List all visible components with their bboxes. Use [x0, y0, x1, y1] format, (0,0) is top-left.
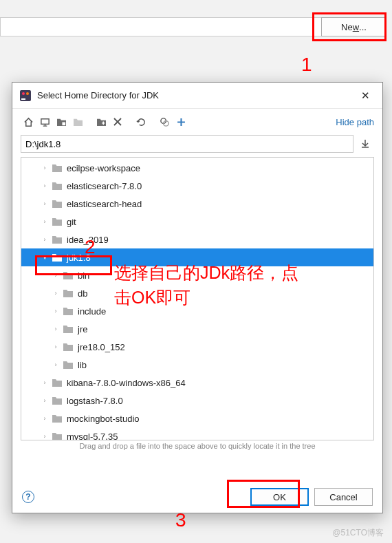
chevron-right-icon[interactable]: ›: [39, 216, 50, 227]
intellij-icon: [19, 89, 32, 102]
delete-icon[interactable]: [110, 114, 125, 129]
chevron-right-icon[interactable]: ›: [50, 341, 61, 352]
tree-row[interactable]: ›jre: [21, 320, 373, 338]
chevron-right-icon[interactable]: ›: [39, 180, 50, 191]
dialog-title: Select Home Directory for JDK: [37, 90, 356, 100]
tree-row[interactable]: ›lib: [21, 356, 373, 374]
cancel-button[interactable]: Cancel: [314, 488, 373, 506]
tree-item-label: db: [78, 288, 87, 299]
tree-row[interactable]: ›mysql-5.7.35: [21, 427, 373, 440]
tree-item-label: jre: [78, 324, 87, 334]
home-icon[interactable]: [21, 114, 36, 129]
tree-item-label: bin: [78, 270, 89, 281]
tree-row[interactable]: ›mockingbot-studio: [21, 409, 373, 427]
hide-path-link[interactable]: Hide path: [336, 117, 374, 127]
path-input[interactable]: [21, 135, 353, 153]
new-folder-icon[interactable]: [94, 114, 109, 129]
close-icon[interactable]: ✕: [356, 87, 375, 105]
jdk-home-dialog: Select Home Directory for JDK ✕ Hide pat…: [12, 82, 383, 513]
chevron-right-icon[interactable]: ›: [50, 270, 61, 281]
svg-point-2: [22, 92, 25, 95]
tree-row[interactable]: ›elasticsearch-head: [21, 195, 373, 213]
ok-label: OK: [273, 492, 286, 502]
tree-row[interactable]: ›include: [21, 302, 373, 320]
tree-item-label: mockingbot-studio: [67, 414, 140, 424]
history-icon[interactable]: [356, 135, 374, 153]
tree-row[interactable]: ›jre18.0_152: [21, 338, 373, 356]
tree-row[interactable]: ›idea_2019: [21, 231, 373, 248]
tree-row[interactable]: ›elasticsearch-7.8.0: [21, 177, 373, 195]
svg-rect-1: [21, 98, 25, 100]
refresh-icon[interactable]: [133, 114, 149, 129]
tree-item-label: jdk1.8: [67, 253, 91, 263]
chevron-right-icon[interactable]: ›: [39, 413, 50, 424]
dialog-toolbar: Hide path: [12, 109, 382, 135]
ok-button[interactable]: OK: [250, 488, 309, 506]
tree-item-label: ecilpse-workspace: [67, 163, 140, 173]
tree-item-label: mysql-5.7.35: [67, 432, 118, 441]
tree-item-label: idea_2019: [67, 235, 109, 245]
dialog-titlebar: Select Home Directory for JDK ✕: [12, 83, 382, 109]
tree-row[interactable]: ▾jdk1.8: [21, 248, 373, 266]
tree-item-label: git: [67, 217, 76, 227]
chevron-right-icon[interactable]: ›: [50, 359, 61, 370]
chevron-down-icon[interactable]: ▾: [39, 252, 50, 263]
chevron-right-icon[interactable]: ›: [50, 288, 61, 299]
dialog-button-row: ? OK Cancel: [22, 488, 373, 506]
new-label-pre: Ne: [341, 22, 353, 32]
tree-row[interactable]: ›git: [21, 213, 373, 231]
tree-item-label: elasticsearch-head: [67, 199, 142, 209]
path-row: [12, 135, 382, 153]
tree-item-label: elasticsearch-7.8.0: [67, 181, 142, 191]
tree-row[interactable]: ›bin: [21, 266, 373, 284]
tree-row[interactable]: ›ecilpse-workspace: [21, 159, 373, 177]
add-icon[interactable]: [173, 114, 188, 129]
tree-row[interactable]: ›logstash-7.8.0: [21, 392, 373, 409]
chevron-right-icon[interactable]: ›: [39, 234, 50, 245]
new-label-suffix: ...: [359, 22, 367, 32]
new-button[interactable]: New...: [321, 17, 386, 36]
tree-item-label: include: [78, 306, 106, 317]
cancel-label: Cancel: [329, 492, 357, 502]
tree-row[interactable]: ›db: [21, 284, 373, 302]
tree-item-label: logstash-7.8.0: [67, 396, 123, 406]
folder-tree[interactable]: ›ecilpse-workspace›elasticsearch-7.8.0›e…: [21, 157, 374, 440]
tree-item-label: lib: [78, 360, 87, 370]
module-icon: [70, 114, 85, 129]
desktop-icon[interactable]: [37, 114, 52, 129]
chevron-right-icon[interactable]: ›: [39, 377, 50, 388]
annotation-number-1: 1: [301, 54, 312, 76]
chevron-right-icon[interactable]: ›: [50, 323, 61, 334]
help-icon[interactable]: ?: [22, 491, 34, 503]
tree-row[interactable]: ›kibana-7.8.0-windows-x86_64: [21, 374, 373, 392]
watermark: @51CTO博客: [332, 527, 384, 539]
show-hidden-icon[interactable]: [157, 114, 172, 129]
tree-item-label: jre18.0_152: [78, 342, 125, 352]
chevron-right-icon[interactable]: ›: [39, 198, 50, 209]
chevron-right-icon[interactable]: ›: [39, 162, 50, 173]
tree-item-label: kibana-7.8.0-windows-x86_64: [67, 378, 186, 388]
drag-hint: Drag and drop a file into the space abov…: [12, 442, 382, 450]
chevron-right-icon[interactable]: ›: [50, 306, 61, 317]
chevron-right-icon[interactable]: ›: [39, 395, 50, 406]
svg-rect-5: [62, 122, 65, 125]
svg-rect-4: [41, 118, 48, 124]
chevron-right-icon[interactable]: ›: [39, 431, 50, 440]
new-label-mnemonic: w: [353, 22, 359, 32]
svg-point-3: [26, 92, 29, 95]
project-icon[interactable]: [54, 114, 69, 129]
